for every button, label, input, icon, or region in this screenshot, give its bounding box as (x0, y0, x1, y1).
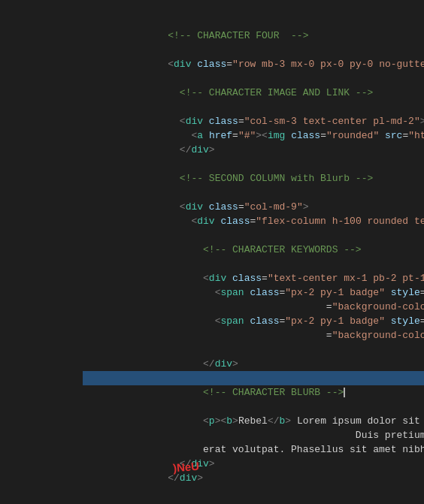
code-editor: <!-- CHARACTER FOUR --> <div class="row … (0, 0, 424, 504)
code-line: <!-- CHARACTER IMAGE AND LINK --> (83, 71, 424, 86)
code-line: <div class="row mb-3 mx-0 px-0 py-0 no-g… (83, 43, 424, 57)
comment-text: <!-- CHARACTER FOUR --> (121, 30, 309, 41)
line-numbers (0, 0, 83, 504)
code-line: <p><b>Rebel</b> Lorem ipsum dolor sit am… (83, 400, 424, 414)
code-line: <div class="col-md-9"> (83, 186, 424, 200)
handwritten-annotation: )NeU (172, 459, 200, 475)
code-line: <div class="text-center mx-1 pb-2 pt-1" … (83, 257, 424, 271)
code-line-handwritten: </div> )NeU (83, 457, 424, 479)
code-line: <div class="col-sm-3 text-center pl-md-2… (83, 100, 424, 114)
code-line: <!-- CHARACTER THREE --> (83, 493, 424, 504)
code-line: <!-- CHARACTER KEYWORDS --> (83, 228, 424, 243)
code-line-active: <!-- CHARACTER BLURB --> (83, 371, 424, 385)
code-line: </div> (83, 343, 424, 357)
code-line: <!-- SECOND COLUMN with Blurb --> (83, 157, 424, 171)
code-line (83, 0, 424, 14)
code-line: <!-- CHARACTER FOUR --> (83, 14, 424, 29)
code-content[interactable]: <!-- CHARACTER FOUR --> <div class="row … (83, 0, 424, 504)
cursor (344, 388, 345, 397)
